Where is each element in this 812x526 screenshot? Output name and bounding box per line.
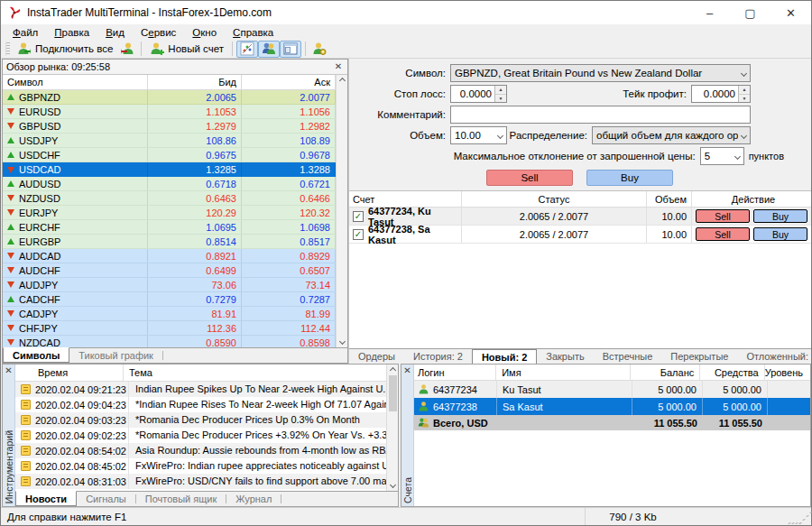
distribution-select[interactable]: общий объем для каждого ордера	[592, 126, 751, 144]
close-button[interactable]: ✕	[770, 1, 811, 24]
tab-signals[interactable]: Сигналы	[77, 492, 135, 506]
tab-history[interactable]: История: 2	[404, 349, 472, 364]
scrollbar-track[interactable]	[338, 86, 346, 337]
column-balance[interactable]: Баланс	[631, 365, 700, 380]
sell-button[interactable]: Sell	[486, 170, 573, 186]
toggle-market-watch-button[interactable]	[236, 41, 258, 58]
column-equity[interactable]: Средства	[700, 365, 764, 380]
disconnect-all-button[interactable]	[117, 41, 137, 58]
column-level[interactable]: Уровень	[765, 365, 810, 380]
scrollbar-thumb[interactable]	[389, 375, 397, 411]
minimize-button[interactable]: –	[689, 1, 730, 24]
tab-new[interactable]: Новый: 2	[472, 349, 537, 364]
tab-tick-chart[interactable]: Тиковый график	[69, 348, 162, 363]
spin-down-icon[interactable]: ▼	[495, 95, 506, 103]
table-row[interactable]: EURCHF1.06951.0698	[3, 220, 336, 235]
new-account-button[interactable]: Новый счет	[145, 41, 228, 58]
tab-hedged[interactable]: Перекрытые	[661, 349, 737, 364]
scroll-up-icon[interactable]	[389, 367, 395, 374]
column-bid[interactable]: Бид	[148, 75, 242, 89]
tab-orders[interactable]: Ордеры	[349, 349, 404, 364]
table-row[interactable]: CADCHF0.72790.7287	[3, 292, 336, 307]
table-row[interactable]: EURJPY120.29120.32	[3, 206, 336, 220]
table-row[interactable]: CHFJPY112.36112.44	[3, 321, 336, 336]
menu-item-window[interactable]: Окно	[184, 26, 225, 39]
vertical-scrollbar[interactable]	[336, 75, 347, 347]
comment-input[interactable]	[450, 106, 751, 124]
take-profit-stepper[interactable]: 0.0000 ▲▼	[691, 85, 751, 103]
column-volume[interactable]: Объем	[647, 191, 692, 207]
menu-item-service[interactable]: Сервис	[133, 26, 184, 39]
table-row[interactable]: ✓64377238, Sa Kasut 2.0065 / 2.0077 10.0…	[349, 226, 811, 244]
tab-mailbox[interactable]: Почтовый ящик	[136, 492, 226, 506]
tab-symbols[interactable]: Символы	[3, 347, 69, 363]
toolbar-drag-handle[interactable]	[5, 42, 10, 56]
tab-news[interactable]: Новости	[15, 491, 77, 506]
column-topic[interactable]: Тема	[124, 365, 386, 381]
tab-close[interactable]: Закрыть	[537, 349, 593, 364]
vertical-scrollbar[interactable]	[386, 365, 398, 491]
tab-counter[interactable]: Встречные	[594, 349, 662, 364]
column-name[interactable]: Имя	[496, 365, 631, 380]
connect-all-button[interactable]: Подключить все	[13, 41, 117, 58]
spin-up-icon[interactable]: ▲	[739, 86, 750, 95]
row-buy-button[interactable]: Buy	[753, 227, 807, 241]
table-row[interactable]: GBPUSD1.29791.2982	[3, 119, 336, 134]
toggle-accounts-button[interactable]	[258, 41, 280, 58]
table-row[interactable]: AUDUSD0.67180.6721	[3, 177, 336, 191]
account-settings-button[interactable]	[309, 41, 329, 58]
table-row[interactable]: 64377234 Ku Tasut 5 000.00 5 000.00	[414, 381, 810, 398]
column-symbol[interactable]: Символ	[3, 75, 148, 89]
table-row[interactable]: EURGBP0.85140.8517	[3, 235, 336, 249]
table-row[interactable]: CADJPY81.9181.99	[3, 307, 336, 321]
maximize-button[interactable]: ▢	[730, 1, 770, 24]
list-item[interactable]: 2020.02.04 09:04:23*Indian Rupee Rises T…	[15, 397, 386, 412]
close-icon[interactable]: ✕	[333, 62, 344, 71]
stop-loss-stepper[interactable]: 0.0000 ▲▼	[450, 85, 507, 103]
list-item[interactable]: 2020.02.04 08:31:03FxWirePro: USD/CNY fa…	[15, 474, 386, 489]
menu-item-file[interactable]: Файл	[5, 26, 46, 39]
menu-item-edit[interactable]: Правка	[46, 26, 97, 39]
row-sell-button[interactable]: Sell	[696, 209, 750, 223]
column-login[interactable]: Логин	[414, 365, 496, 380]
table-row[interactable]: AUDCHF0.64990.6507	[3, 263, 336, 278]
column-account[interactable]: Счет	[349, 191, 462, 207]
symbol-select[interactable]: GBPNZD, Great Britain Pound vs New Zeala…	[450, 64, 751, 82]
buy-button[interactable]: Buy	[586, 170, 673, 186]
column-time[interactable]: Время	[15, 365, 124, 381]
list-item[interactable]: 2020.02.04 09:21:23Indian Rupee Spikes U…	[15, 382, 386, 397]
column-action[interactable]: Действие	[692, 191, 811, 207]
spin-up-icon[interactable]: ▲	[495, 86, 506, 95]
scroll-down-icon[interactable]	[389, 482, 395, 488]
scroll-down-icon[interactable]	[338, 338, 345, 345]
table-row[interactable]: USDJPY108.86108.89	[3, 134, 336, 148]
table-row-selected[interactable]: USDCAD1.32851.3288	[3, 162, 336, 177]
close-icon[interactable]: ✕	[4, 366, 14, 375]
list-item[interactable]: 2020.02.04 09:02:23*Romania Dec Producer…	[15, 428, 386, 443]
volume-select[interactable]: 10.00	[450, 126, 507, 144]
list-item[interactable]: 2020.02.04 08:45:02FxWirePro: Indian rup…	[15, 458, 386, 474]
tab-pending[interactable]: Отложенный: 2	[737, 349, 811, 364]
table-row[interactable]: NZDCAD0.85900.8598	[3, 336, 336, 347]
table-row-selected[interactable]: 64377238 Sa Kasut 5 000.00 5 000.00	[414, 398, 810, 415]
menu-item-view[interactable]: Вид	[97, 26, 133, 39]
table-row[interactable]: USDCHF0.96750.9678	[3, 148, 336, 162]
tab-journal[interactable]: Журнал	[226, 492, 281, 506]
scroll-up-icon[interactable]	[338, 78, 345, 84]
list-item[interactable]: 2020.02.04 09:03:23*Romania Dec Producer…	[15, 412, 386, 428]
row-buy-button[interactable]: Buy	[753, 209, 807, 223]
row-sell-button[interactable]: Sell	[696, 227, 750, 241]
checkbox-checked[interactable]: ✓	[353, 229, 364, 240]
toggle-toolbox-button[interactable]	[280, 41, 301, 58]
table-row[interactable]: GBPNZD2.00652.0077	[3, 90, 336, 105]
table-row[interactable]: AUDCAD0.89210.8929	[3, 249, 336, 263]
table-row[interactable]: EURUSD1.10531.1056	[3, 105, 336, 119]
checkbox-checked[interactable]: ✓	[353, 211, 364, 222]
column-status[interactable]: Статус	[462, 191, 647, 207]
deviation-select[interactable]: 5	[700, 147, 744, 165]
table-row[interactable]: AUDJPY73.0673.14	[3, 278, 336, 292]
spin-down-icon[interactable]: ▼	[739, 95, 750, 103]
close-icon[interactable]: ✕	[402, 366, 413, 375]
column-ask[interactable]: Аск	[242, 75, 336, 89]
list-item[interactable]: 2020.02.04 08:54:02Asia Roundup: Aussie …	[15, 443, 386, 458]
